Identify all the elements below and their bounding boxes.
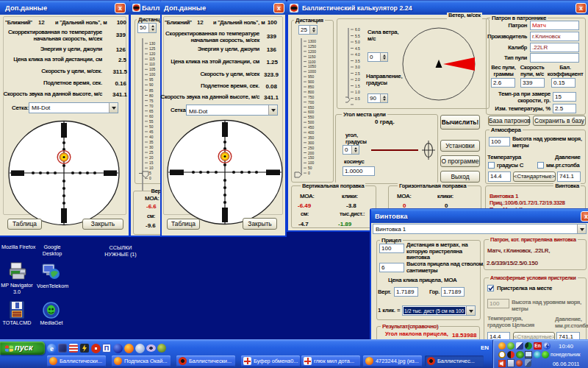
svg-text:1300: 1300 — [308, 40, 316, 43]
svg-text:100: 100 — [308, 161, 314, 165]
svg-text:110: 110 — [149, 63, 155, 66]
svg-text:105: 105 — [149, 68, 155, 71]
svg-text:600: 600 — [308, 110, 314, 114]
svg-text:1150: 1150 — [308, 55, 316, 59]
svg-text:30: 30 — [149, 146, 154, 149]
svg-text:50: 50 — [308, 166, 312, 170]
svg-text:850: 850 — [308, 85, 314, 89]
svg-text:650: 650 — [308, 106, 314, 110]
svg-text:1.5: 1.5 — [355, 85, 360, 88]
svg-text:200: 200 — [308, 152, 314, 155]
svg-text:5.0: 5.0 — [355, 40, 360, 44]
svg-text:15: 15 — [149, 161, 154, 165]
svg-text:900: 900 — [308, 80, 314, 84]
svg-text:500: 500 — [308, 121, 314, 124]
svg-text:130: 130 — [149, 42, 155, 46]
svg-text:125: 125 — [149, 47, 155, 51]
svg-text:4.0: 4.0 — [355, 53, 360, 57]
svg-text:70: 70 — [149, 105, 154, 108]
svg-text:3.5: 3.5 — [355, 60, 360, 63]
svg-text:1200: 1200 — [308, 50, 316, 54]
svg-text:2.5: 2.5 — [355, 72, 360, 76]
svg-text:0.5: 0.5 — [355, 97, 360, 101]
svg-text:50: 50 — [149, 125, 154, 129]
svg-text:400: 400 — [308, 131, 314, 135]
svg-text:120: 120 — [149, 52, 155, 56]
svg-text:90: 90 — [149, 83, 154, 87]
svg-text:4.5: 4.5 — [355, 47, 360, 51]
svg-text:5: 5 — [149, 171, 151, 175]
svg-text:1250: 1250 — [308, 45, 316, 49]
svg-text:95: 95 — [149, 78, 154, 82]
svg-text:65: 65 — [149, 110, 154, 113]
svg-text:60: 60 — [149, 115, 154, 118]
svg-text:1100: 1100 — [308, 60, 316, 64]
svg-text:10: 10 — [149, 166, 154, 170]
svg-text:800: 800 — [308, 91, 314, 94]
svg-text:3.0: 3.0 — [355, 66, 360, 69]
svg-text:25: 25 — [149, 151, 154, 155]
svg-text:1.0: 1.0 — [355, 91, 360, 94]
svg-text:250: 250 — [308, 146, 314, 150]
svg-text:35: 35 — [149, 141, 154, 144]
svg-text:5.5: 5.5 — [355, 35, 360, 38]
svg-text:0: 0 — [308, 171, 310, 175]
svg-text:450: 450 — [308, 126, 314, 130]
svg-text:85: 85 — [149, 89, 154, 93]
svg-text:700: 700 — [308, 101, 314, 105]
svg-text:350: 350 — [308, 136, 314, 140]
svg-text:40: 40 — [149, 135, 154, 139]
svg-text:300: 300 — [308, 141, 314, 145]
svg-text:750: 750 — [308, 96, 314, 99]
svg-text:950: 950 — [308, 75, 314, 79]
svg-text:115: 115 — [149, 57, 155, 61]
svg-text:75: 75 — [149, 99, 154, 103]
svg-text:55: 55 — [149, 120, 154, 124]
svg-text:0: 0 — [149, 177, 151, 180]
svg-text:150: 150 — [308, 156, 314, 160]
svg-text:45: 45 — [149, 130, 154, 134]
svg-text:6.0: 6.0 — [355, 28, 360, 32]
svg-text:1000: 1000 — [308, 70, 316, 74]
svg-text:550: 550 — [308, 116, 314, 119]
svg-text:20: 20 — [149, 156, 154, 160]
svg-text:100: 100 — [149, 73, 155, 77]
svg-text:1050: 1050 — [308, 65, 316, 68]
svg-text:2.0: 2.0 — [355, 78, 360, 82]
svg-text:80: 80 — [149, 94, 154, 98]
